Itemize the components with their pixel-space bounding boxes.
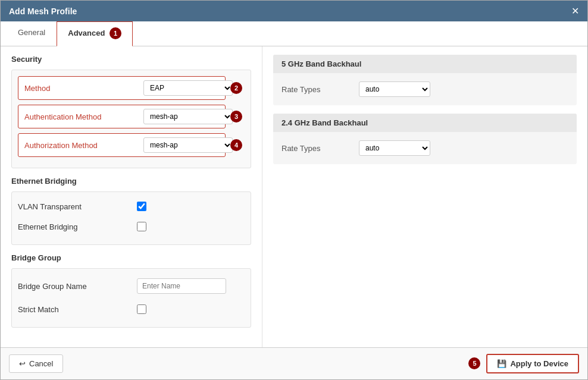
cancel-label: Cancel: [29, 359, 53, 368]
vlan-transparent-checkbox[interactable]: [137, 202, 146, 211]
ethernet-bridging-checkbox[interactable]: [137, 222, 146, 231]
auth-method-select[interactable]: mesh-ap eap-tls eap-ttls: [143, 109, 233, 124]
tab-advanced[interactable]: Advanced 1: [57, 21, 133, 46]
security-section: Security Method EAP PSK None: [11, 55, 251, 168]
auth-method-label: Authentication Method: [24, 112, 143, 121]
modal-title: Add Mesh Profile: [9, 7, 77, 16]
authz-method-select[interactable]: mesh-ap eap-tls eap-ttls: [143, 137, 233, 153]
rate-24ghz-label: Rate Types: [282, 144, 359, 153]
ethernet-bridging-section: Ethernet Bridging VLAN Transparent Ether…: [11, 177, 251, 245]
right-panel: 5 GHz Band Backhaul Rate Types auto a b …: [262, 46, 587, 347]
method-badge: 2: [230, 82, 242, 94]
tab-general[interactable]: General: [7, 21, 57, 46]
bridge-name-input[interactable]: [137, 278, 226, 294]
security-form: Method EAP PSK None 2: [11, 70, 251, 168]
vlan-transparent-row: VLAN Transparent: [12, 198, 251, 215]
apply-icon: 💾: [497, 359, 506, 368]
ethernet-bridging-label: Ethernet Bridging: [18, 222, 137, 231]
rate-24ghz-select[interactable]: auto a b g n: [359, 140, 430, 156]
vlan-transparent-label: VLAN Transparent: [18, 202, 137, 211]
authz-method-row: Authorization Method mesh-ap eap-tls eap…: [18, 133, 226, 157]
method-row: Method EAP PSK None: [18, 76, 226, 100]
backhaul-24ghz-title: 2.4 GHz Band Backhaul: [273, 114, 577, 132]
cancel-icon: ↩: [19, 359, 26, 368]
rate-5ghz-row: Rate Types auto a b g n ac: [282, 79, 568, 99]
cancel-button[interactable]: ↩ Cancel: [9, 354, 63, 373]
apply-button[interactable]: 💾 Apply to Device: [486, 354, 579, 373]
strict-match-checkbox[interactable]: [137, 304, 146, 314]
ethernet-bridging-row: Ethernet Bridging: [12, 218, 251, 235]
method-select[interactable]: EAP PSK None: [143, 80, 233, 96]
method-label: Method: [24, 84, 143, 93]
backhaul-5ghz-body: Rate Types auto a b g n ac: [273, 73, 577, 105]
rate-5ghz-select[interactable]: auto a b g n ac: [359, 81, 430, 97]
strict-match-row: Strict Match: [12, 301, 251, 318]
rate-24ghz-row: Rate Types auto a b g n: [282, 138, 568, 158]
backhaul-24ghz-body: Rate Types auto a b g n: [273, 132, 577, 164]
apply-label: Apply to Device: [510, 359, 568, 368]
apply-badge: 5: [468, 357, 480, 369]
bridge-group-title: Bridge Group: [11, 253, 251, 262]
tab-advanced-badge: 1: [110, 27, 121, 39]
rate-5ghz-label: Rate Types: [282, 85, 359, 94]
tabs-bar: General Advanced 1: [1, 21, 587, 46]
footer-right: 5 💾 Apply to Device: [466, 354, 579, 373]
backhaul-24ghz-section: 2.4 GHz Band Backhaul Rate Types auto a …: [273, 114, 577, 164]
bridge-group-form: Bridge Group Name Strict Match: [11, 268, 251, 328]
modal-header: Add Mesh Profile ✕: [1, 1, 587, 21]
bridge-name-label: Bridge Group Name: [18, 282, 137, 291]
backhaul-5ghz-section: 5 GHz Band Backhaul Rate Types auto a b …: [273, 55, 577, 105]
bridge-group-section: Bridge Group Bridge Group Name Strict Ma…: [11, 253, 251, 328]
auth-method-row: Authentication Method mesh-ap eap-tls ea…: [18, 105, 226, 128]
strict-match-label: Strict Match: [18, 305, 137, 314]
ethernet-bridging-form: VLAN Transparent Ethernet Bridging: [11, 191, 251, 245]
modal-body: Security Method EAP PSK None: [1, 46, 587, 347]
modal-footer: ↩ Cancel 5 💾 Apply to Device: [1, 347, 587, 379]
security-title: Security: [11, 55, 251, 64]
backhaul-5ghz-title: 5 GHz Band Backhaul: [273, 55, 577, 73]
bridge-name-row: Bridge Group Name: [12, 275, 251, 297]
auth-method-badge: 3: [230, 111, 242, 123]
ethernet-bridging-title: Ethernet Bridging: [11, 177, 251, 186]
authz-method-badge: 4: [230, 139, 242, 151]
close-button[interactable]: ✕: [571, 5, 579, 17]
left-panel: Security Method EAP PSK None: [1, 46, 262, 347]
authz-method-label: Authorization Method: [24, 141, 143, 150]
